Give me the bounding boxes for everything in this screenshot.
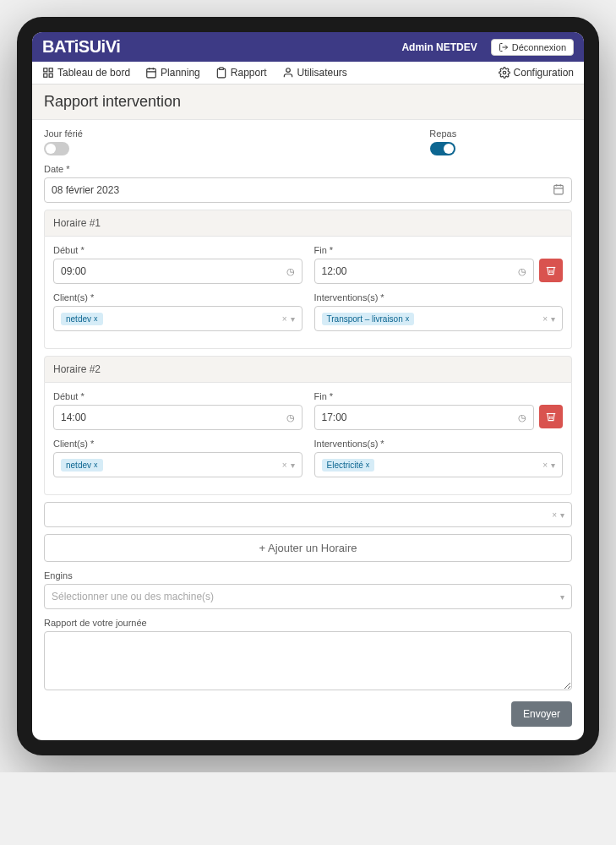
chevron-down-icon[interactable]: ▾ xyxy=(291,314,295,324)
rapport-textarea[interactable] xyxy=(44,631,572,690)
user-icon xyxy=(282,67,294,79)
svg-rect-0 xyxy=(44,68,47,72)
clock-icon: ◷ xyxy=(518,412,526,423)
svg-rect-1 xyxy=(49,68,52,72)
chevron-down-icon[interactable]: ▾ xyxy=(560,510,564,520)
remove-tag-icon[interactable]: x xyxy=(94,314,98,323)
chevron-down-icon[interactable]: ▾ xyxy=(551,314,555,324)
debut-label: Début * xyxy=(53,391,303,401)
h1-debut-field[interactable]: 09:00 ◷ xyxy=(53,259,303,284)
user-name: Admin NETDEV xyxy=(401,41,477,53)
h1-interventions-field[interactable]: Transport – livraison x ×▾ xyxy=(314,306,564,331)
chevron-down-icon[interactable]: ▾ xyxy=(560,592,564,602)
clear-icon[interactable]: × xyxy=(552,510,557,520)
horaire-2-body: Début * 14:00 ◷ Fin * 17:00 ◷ xyxy=(44,383,572,495)
remove-tag-icon[interactable]: x xyxy=(94,461,98,469)
trash-icon xyxy=(545,411,557,422)
nav-users[interactable]: Utilisateurs xyxy=(282,67,347,79)
engins-label: Engins xyxy=(44,570,572,581)
svg-point-10 xyxy=(503,71,506,74)
delete-horaire-1-button[interactable] xyxy=(539,259,563,282)
clients-label: Client(s) * xyxy=(53,439,303,449)
clear-icon[interactable]: × xyxy=(282,461,287,470)
calendar-icon xyxy=(145,67,157,79)
clock-icon: ◷ xyxy=(286,266,295,277)
clock-icon: ◷ xyxy=(518,266,526,277)
rapport-label: Rapport de votre journée xyxy=(44,618,572,628)
client-tag[interactable]: netdev x xyxy=(61,313,103,325)
svg-rect-8 xyxy=(219,68,223,69)
horaire-1-header: Horaire #1 xyxy=(44,210,572,237)
clock-icon: ◷ xyxy=(286,412,295,423)
horaire-2-header: Horaire #2 xyxy=(44,356,572,383)
app-header: BATiSUiVi Admin NETDEV Déconnexion xyxy=(32,32,584,62)
trash-icon xyxy=(545,264,557,276)
horaire-1-body: Début * 09:00 ◷ Fin * 12:00 ◷ xyxy=(44,237,572,349)
nav-dashboard[interactable]: Tableau de bord xyxy=(42,67,130,79)
repas-label: Repas xyxy=(314,128,573,139)
chevron-down-icon[interactable]: ▾ xyxy=(291,461,295,470)
app-logo: BATiSUiVi xyxy=(42,37,120,57)
clear-icon[interactable]: × xyxy=(542,314,548,324)
remove-tag-icon[interactable]: x xyxy=(366,461,370,469)
date-field[interactable]: 08 février 2023 xyxy=(44,177,572,203)
nav-bar: Tableau de bord Planning Rapport Utilisa… xyxy=(32,62,584,84)
calendar-icon xyxy=(553,183,564,197)
clear-icon[interactable]: × xyxy=(282,314,287,324)
svg-rect-4 xyxy=(147,68,156,78)
extra-select[interactable]: ×▾ xyxy=(44,502,572,527)
h1-fin-field[interactable]: 12:00 ◷ xyxy=(314,259,535,284)
fin-label: Fin * xyxy=(314,245,564,255)
client-tag[interactable]: netdev x xyxy=(61,459,103,472)
gear-icon xyxy=(499,67,510,79)
add-horaire-button[interactable]: + Ajouter un Horaire xyxy=(44,534,572,562)
h2-fin-field[interactable]: 17:00 ◷ xyxy=(314,405,535,430)
clear-icon[interactable]: × xyxy=(542,461,548,470)
grid-icon xyxy=(42,67,54,79)
delete-horaire-2-button[interactable] xyxy=(539,405,563,428)
repas-toggle[interactable] xyxy=(430,142,455,155)
fin-label: Fin * xyxy=(314,391,564,401)
remove-tag-icon[interactable]: x xyxy=(406,314,410,323)
logout-icon xyxy=(499,42,509,52)
svg-point-9 xyxy=(286,68,290,73)
logout-button[interactable]: Déconnexion xyxy=(491,39,574,56)
page-title: Rapport intervention xyxy=(32,84,584,120)
clients-label: Client(s) * xyxy=(53,292,303,303)
intervention-tag[interactable]: Electricité x xyxy=(322,459,375,472)
debut-label: Début * xyxy=(53,245,303,255)
h1-clients-field[interactable]: netdev x ×▾ xyxy=(53,306,303,331)
clipboard-icon xyxy=(215,67,227,79)
nav-planning[interactable]: Planning xyxy=(145,67,200,79)
h2-debut-field[interactable]: 14:00 ◷ xyxy=(53,405,303,430)
engins-select[interactable]: Sélectionner une ou des machine(s) ▾ xyxy=(44,584,572,609)
h2-interventions-field[interactable]: Electricité x ×▾ xyxy=(314,452,564,477)
svg-rect-3 xyxy=(44,74,47,77)
h2-clients-field[interactable]: netdev x ×▾ xyxy=(53,452,303,477)
submit-button[interactable]: Envoyer xyxy=(511,701,572,727)
svg-rect-11 xyxy=(554,185,564,194)
interventions-label: Interventions(s) * xyxy=(314,292,564,303)
svg-rect-2 xyxy=(49,74,52,77)
interventions-label: Interventions(s) * xyxy=(314,439,564,449)
intervention-tag[interactable]: Transport – livraison x xyxy=(322,313,415,325)
nav-config[interactable]: Configuration xyxy=(499,67,574,79)
chevron-down-icon[interactable]: ▾ xyxy=(551,461,555,470)
nav-rapport[interactable]: Rapport xyxy=(215,67,267,79)
jour-ferie-label: Jour férié xyxy=(44,128,303,139)
date-label: Date * xyxy=(44,164,572,174)
jour-ferie-toggle[interactable] xyxy=(44,142,69,155)
